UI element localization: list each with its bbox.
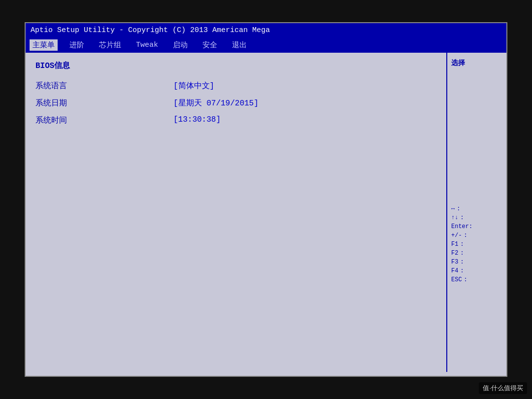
watermark-text: 值·什么值得买 <box>483 384 523 392</box>
nav-item-security[interactable]: 安全 <box>200 39 220 51</box>
nav-bar: 主菜单 进阶 芯片组 Tweak 启动 安全 退出 <box>26 37 506 53</box>
bios-row-date: 系统日期 [星期天 07/19/2015] <box>35 98 436 108</box>
key-f2-label: F2 <box>451 250 458 257</box>
nav-item-chipset[interactable]: 芯片组 <box>96 39 124 51</box>
key-f1-label: F1 <box>451 241 458 248</box>
key-row-f2: F2 : <box>451 250 502 257</box>
bios-label-date: 系统日期 <box>35 98 173 108</box>
key-row-esc: ESC : <box>451 276 502 283</box>
bios-value-date[interactable]: [星期天 07/19/2015] <box>173 98 259 108</box>
key-arrows-label: ↔ <box>451 205 455 212</box>
nav-item-exit[interactable]: 退出 <box>229 39 250 51</box>
sidebar: 选择 ↔ : ↑↓ : Enter: +/- : <box>447 53 506 372</box>
key-f4-label: F4 <box>451 267 458 274</box>
key-updown-label: ↑↓ <box>451 214 458 221</box>
key-row-enter: Enter: <box>451 223 502 230</box>
bios-row-language: 系统语言 [简体中文] <box>35 81 436 91</box>
title-bar-text: Aptio Setup Utility - Copyright (C) 2013… <box>31 26 270 34</box>
main-content: BIOS信息 系统语言 [简体中文] 系统日期 [星期天 07/19/2015]… <box>26 53 506 372</box>
key-esc-label: ESC <box>451 276 462 283</box>
bios-row-time: 系统时间 [13:30:38] <box>35 115 436 126</box>
key-f3-label: F3 <box>451 259 458 266</box>
nav-item-main[interactable]: 主菜单 <box>30 39 58 51</box>
key-row-f4: F4 : <box>451 267 502 274</box>
key-row-updown: ↑↓ : <box>451 214 502 221</box>
key-f3-desc: : <box>460 259 464 266</box>
bios-label-language: 系统语言 <box>35 81 173 91</box>
sidebar-select-label: 选择 <box>451 59 502 67</box>
key-row-f3: F3 : <box>451 259 502 266</box>
sidebar-keys-section: ↔ : ↑↓ : Enter: +/- : F1 <box>451 205 502 283</box>
key-row-f1: F1 : <box>451 241 502 248</box>
key-f1-desc: : <box>460 241 464 248</box>
key-f2-desc: : <box>460 250 464 257</box>
nav-item-tweak[interactable]: Tweak <box>133 40 161 50</box>
bios-screen: Aptio Setup Utility - Copyright (C) 2013… <box>25 22 507 377</box>
key-row-plusminus: +/- : <box>451 232 502 239</box>
key-enter-label: Enter: <box>451 223 472 230</box>
nav-item-boot[interactable]: 启动 <box>170 39 191 51</box>
key-row-arrows: ↔ : <box>451 205 502 212</box>
key-updown-desc: : <box>460 214 464 221</box>
bios-label-time: 系统时间 <box>35 115 173 126</box>
bios-value-language[interactable]: [简体中文] <box>173 81 214 91</box>
title-bar: Aptio Setup Utility - Copyright (C) 2013… <box>26 23 506 37</box>
key-f4-desc: : <box>460 267 464 274</box>
content-area: BIOS信息 系统语言 [简体中文] 系统日期 [星期天 07/19/2015]… <box>26 53 447 372</box>
key-esc-desc: : <box>464 276 467 283</box>
key-arrows-desc: : <box>457 205 460 212</box>
nav-item-advanced[interactable]: 进阶 <box>66 39 87 51</box>
bios-section-title: BIOS信息 <box>35 61 436 71</box>
bios-value-time[interactable]: [13:30:38] <box>173 115 221 124</box>
key-plusminus-label: +/- <box>451 232 462 239</box>
screen-bezel: Aptio Setup Utility - Copyright (C) 2013… <box>0 0 532 399</box>
watermark: 值·什么值得买 <box>479 382 527 394</box>
key-plusminus-desc: : <box>464 232 467 239</box>
